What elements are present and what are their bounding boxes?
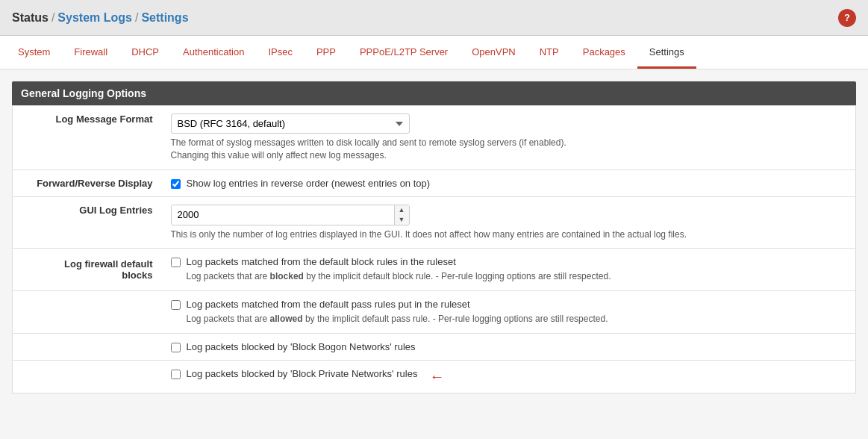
forward-reverse-checkbox-label: Show log entries in reverse order (newes… bbox=[187, 178, 431, 189]
breadcrumb-settings[interactable]: Settings bbox=[141, 11, 188, 25]
breadcrumb: Status / System Logs / Settings bbox=[12, 11, 189, 25]
log-firewall-blocks-row4: Log packets blocked by 'Block Private Ne… bbox=[13, 360, 856, 393]
log-firewall-blocks-row1: Log firewall default blocks Log packets … bbox=[13, 249, 856, 291]
tab-settings[interactable]: Settings bbox=[637, 36, 696, 69]
help-icon[interactable]: ? bbox=[838, 9, 856, 27]
breadcrumb-sep2: / bbox=[135, 11, 138, 25]
tab-openvpn[interactable]: OpenVPN bbox=[460, 36, 528, 69]
log-firewall-empty-label3 bbox=[13, 333, 162, 360]
tab-dhcp[interactable]: DHCP bbox=[119, 36, 171, 69]
log-firewall-checkbox-row2: Log packets matched from the default pas… bbox=[171, 299, 847, 326]
tab-ntp[interactable]: NTP bbox=[528, 36, 571, 69]
section-header: General Logging Options bbox=[12, 81, 856, 105]
forward-reverse-label: Forward/Reverse Display bbox=[13, 169, 162, 196]
gui-log-entries-help: This is only the number of log entries d… bbox=[171, 228, 847, 241]
forward-reverse-row: Forward/Reverse Display Show log entries… bbox=[13, 169, 856, 196]
log-firewall-blocks-value1: Log packets matched from the default blo… bbox=[162, 249, 856, 291]
log-firewall-checkbox2[interactable] bbox=[171, 300, 181, 310]
forward-reverse-checkbox[interactable] bbox=[171, 179, 181, 189]
log-firewall-label4: Log packets blocked by 'Block Private Ne… bbox=[187, 368, 418, 379]
log-firewall-checkbox4[interactable] bbox=[171, 370, 181, 379]
tab-pppoe[interactable]: PPPoE/L2TP Server bbox=[348, 36, 460, 69]
log-firewall-checkbox1[interactable] bbox=[171, 258, 181, 267]
gui-log-entries-up[interactable]: ▲ bbox=[395, 205, 409, 215]
log-firewall-blocks-row3: Log packets blocked by 'Block Bogon Netw… bbox=[13, 333, 856, 360]
log-firewall-blocks-value4: Log packets blocked by 'Block Private Ne… bbox=[162, 360, 856, 393]
log-firewall-help2: Log packets that are allowed by the impl… bbox=[187, 313, 608, 326]
tab-firewall[interactable]: Firewall bbox=[62, 36, 119, 69]
log-firewall-blocks-row2: Log packets matched from the default pas… bbox=[13, 291, 856, 334]
gui-log-entries-spinners: ▲ ▼ bbox=[394, 205, 409, 225]
header-bar: Status / System Logs / Settings ? bbox=[0, 0, 868, 36]
tab-system[interactable]: System bbox=[6, 36, 62, 69]
tab-ipsec[interactable]: IPsec bbox=[256, 36, 305, 69]
gui-log-entries-row: GUI Log Entries ▲ ▼ This is only the num… bbox=[13, 196, 856, 249]
red-arrow-annotation: ← bbox=[429, 368, 444, 385]
log-firewall-checkbox-row1: Log packets matched from the default blo… bbox=[171, 256, 847, 283]
log-firewall-blocks-value3: Log packets blocked by 'Block Bogon Netw… bbox=[162, 333, 856, 360]
gui-log-entries-down[interactable]: ▼ bbox=[395, 215, 409, 225]
log-firewall-blocks-label: Log firewall default blocks bbox=[13, 249, 162, 291]
tab-navigation: System Firewall DHCP Authentication IPse… bbox=[0, 36, 868, 69]
breadcrumb-sep1: / bbox=[51, 11, 54, 25]
log-firewall-checkbox-row3: Log packets blocked by 'Block Bogon Netw… bbox=[171, 341, 847, 352]
log-format-help: The format of syslog messages written to… bbox=[171, 137, 847, 162]
log-format-value-cell: BSD (RFC 3164, default) syslog (RFC 5424… bbox=[162, 106, 856, 170]
settings-table: Log Message Format BSD (RFC 3164, defaul… bbox=[12, 105, 856, 393]
tab-packages[interactable]: Packages bbox=[571, 36, 637, 69]
gui-log-entries-value-cell: ▲ ▼ This is only the number of log entri… bbox=[162, 196, 856, 249]
breadcrumb-system-logs[interactable]: System Logs bbox=[57, 11, 132, 25]
log-format-label: Log Message Format bbox=[13, 106, 162, 170]
tab-ppp[interactable]: PPP bbox=[305, 36, 348, 69]
log-firewall-label1: Log packets matched from the default blo… bbox=[187, 256, 611, 283]
log-firewall-checkbox3[interactable] bbox=[171, 343, 181, 352]
log-firewall-help1: Log packets that are blocked by the impl… bbox=[187, 270, 611, 283]
log-firewall-checkbox-row4: Log packets blocked by 'Block Private Ne… bbox=[171, 368, 847, 385]
log-firewall-empty-label4 bbox=[13, 360, 162, 393]
forward-reverse-value-cell: Show log entries in reverse order (newes… bbox=[162, 169, 856, 196]
forward-reverse-checkbox-row: Show log entries in reverse order (newes… bbox=[171, 178, 847, 189]
gui-log-entries-wrapper: ▲ ▼ bbox=[171, 205, 410, 225]
log-firewall-label3: Log packets blocked by 'Block Bogon Netw… bbox=[187, 341, 416, 352]
tab-authentication[interactable]: Authentication bbox=[171, 36, 256, 69]
gui-log-entries-label: GUI Log Entries bbox=[13, 196, 162, 249]
log-firewall-blocks-value2: Log packets matched from the default pas… bbox=[162, 291, 856, 334]
breadcrumb-status: Status bbox=[12, 11, 49, 25]
log-format-row: Log Message Format BSD (RFC 3164, defaul… bbox=[13, 106, 856, 170]
gui-log-entries-input[interactable] bbox=[172, 205, 394, 224]
log-format-select[interactable]: BSD (RFC 3164, default) syslog (RFC 5424… bbox=[171, 113, 410, 134]
log-firewall-label2: Log packets matched from the default pas… bbox=[187, 299, 608, 326]
log-firewall-empty-label bbox=[13, 291, 162, 334]
content-area: General Logging Options Log Message Form… bbox=[0, 69, 868, 405]
